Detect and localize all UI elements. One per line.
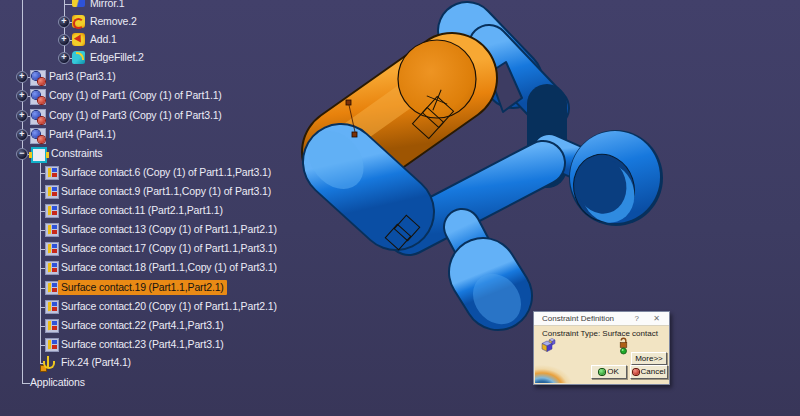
expander-plus-icon[interactable]: + (16, 90, 28, 102)
surface-contact-icon (45, 223, 59, 237)
dialog-close-button[interactable]: ✕ (653, 312, 660, 325)
surface-contact-icon (45, 281, 59, 295)
tree-item-remove-2[interactable]: + Remove.2 (0, 14, 330, 30)
expander-minus-icon[interactable]: − (16, 148, 28, 160)
dialog-title: Constraint Definition (534, 312, 669, 326)
surface-contact-cubes-icon (540, 337, 558, 355)
mirror-icon (72, 0, 85, 7)
cancel-button[interactable]: Cancel (630, 365, 668, 379)
expander-plus-icon[interactable]: + (58, 34, 70, 46)
tree-item-applications[interactable]: Applications (0, 375, 330, 391)
tree-item-surface-contact-9[interactable]: Surface contact.9 (Part1.1,Copy (1) of P… (0, 184, 330, 200)
ok-button[interactable]: OK (591, 365, 627, 379)
lock-status-icon[interactable] (618, 336, 629, 357)
specification-tree: Mirror.1 + Remove.2 + Add.1 + EdgeFillet… (0, 0, 330, 416)
expander-plus-icon[interactable]: + (16, 129, 28, 141)
part-icon (30, 89, 46, 105)
tree-item-surface-contact-23[interactable]: Surface contact.23 (Part4.1,Part3.1) (0, 337, 330, 353)
dialog-corner-decoration (535, 361, 581, 383)
constraint-type-text: Constraint Type: Surface contact (542, 329, 658, 338)
tree-item-surface-contact-6[interactable]: Surface contact.6 (Copy (1) of Part1.1,P… (0, 165, 330, 181)
part-icon (30, 109, 46, 125)
tree-item-mirror-1[interactable]: Mirror.1 (0, 0, 330, 12)
expander-plus-icon[interactable]: + (16, 110, 28, 122)
add-icon (72, 33, 85, 46)
tree-item-edgefillet-2[interactable]: + EdgeFillet.2 (0, 50, 330, 66)
surface-contact-icon (45, 185, 59, 199)
edgefillet-icon (72, 51, 85, 64)
surface-contact-icon (45, 300, 59, 314)
constraints-icon (31, 147, 47, 163)
cancel-red-icon (633, 369, 639, 375)
tree-item-surface-contact-17[interactable]: Surface contact.17 (Copy (1) of Part1.1,… (0, 241, 330, 257)
more-button[interactable]: More>> (631, 352, 667, 365)
tree-item-surface-contact-20[interactable]: Surface contact.20 (Copy (1) of Part1.1,… (0, 299, 330, 315)
surface-contact-icon (45, 242, 59, 256)
fix-anchor-icon (40, 356, 55, 371)
surface-contact-icon (45, 261, 59, 275)
tree-item-surface-contact-18[interactable]: Surface contact.18 (Part1.1,Copy (1) of … (0, 260, 330, 276)
expander-plus-icon[interactable]: + (58, 52, 70, 64)
remove-icon (72, 15, 85, 28)
tree-item-add-1[interactable]: + Add.1 (0, 32, 330, 48)
tree-item-copy1-part1[interactable]: + Copy (1) of Part1 (Copy (1) of Part1.1… (0, 88, 330, 104)
tree-item-surface-contact-19-selected[interactable]: Surface contact.19 (Part1.1,Part2.1) (0, 280, 330, 296)
tree-item-surface-contact-11[interactable]: Surface contact.11 (Part2.1,Part1.1) (0, 203, 330, 219)
tree-item-part3[interactable]: + Part3 (Part3.1) (0, 69, 330, 85)
part-icon (30, 128, 46, 144)
ok-green-icon (599, 369, 605, 375)
tree-item-surface-contact-22[interactable]: Surface contact.22 (Part4.1,Part3.1) (0, 318, 330, 334)
expander-plus-icon[interactable]: + (16, 71, 28, 83)
constraint-definition-dialog: Constraint Definition ? ✕ Constraint Typ… (533, 311, 670, 385)
tree-item-fix-24[interactable]: Fix.24 (Part4.1) (0, 355, 330, 371)
tree-item-part4[interactable]: + Part4 (Part4.1) (0, 127, 330, 143)
surface-contact-icon (45, 166, 59, 180)
surface-contact-icon (45, 204, 59, 218)
tree-item-surface-contact-13[interactable]: Surface contact.13 (Copy (1) of Part1.1,… (0, 222, 330, 238)
expander-plus-icon[interactable]: + (58, 16, 70, 28)
surface-contact-icon (45, 338, 59, 352)
tree-item-copy1-part3[interactable]: + Copy (1) of Part3 (Copy (1) of Part3.1… (0, 108, 330, 124)
selected-tree-label[interactable]: Surface contact.19 (Part1.1,Part2.1) (58, 280, 227, 295)
part-icon (30, 70, 46, 86)
surface-contact-icon (45, 319, 59, 333)
dialog-help-button[interactable]: ? (635, 312, 639, 325)
tree-item-constraints[interactable]: − Constraints (0, 146, 330, 162)
